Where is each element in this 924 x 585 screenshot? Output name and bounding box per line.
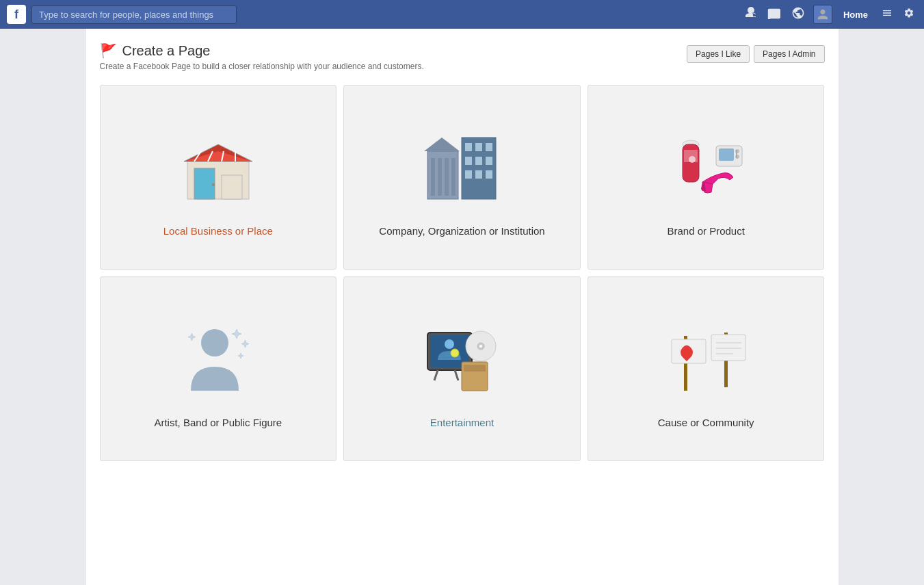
svg-rect-23 (465, 170, 472, 179)
globe-icon[interactable] (789, 3, 808, 25)
svg-point-39 (451, 349, 459, 357)
svg-rect-2 (222, 175, 242, 199)
svg-marker-15 (424, 138, 460, 151)
category-local-business[interactable]: Local Business or Place (100, 85, 337, 270)
entertainment-icon (414, 309, 510, 404)
company-label: Company, Organization or Institution (379, 224, 544, 238)
svg-rect-11 (431, 158, 435, 196)
artist-icon (170, 309, 266, 404)
friend-requests-icon[interactable] (739, 4, 758, 25)
category-entertainment[interactable]: Entertainment (343, 276, 581, 461)
local-business-icon (170, 117, 266, 213)
main-wrap: 🚩 Create a Page Create a Facebook Page t… (0, 0, 924, 585)
entertainment-label: Entertainment (430, 415, 494, 430)
svg-rect-1 (194, 168, 215, 199)
page-header: 🚩 Create a Page Create a Facebook Page t… (100, 42, 825, 71)
brand-icon (658, 117, 754, 213)
gear-icon[interactable] (901, 5, 917, 24)
svg-rect-46 (464, 365, 486, 372)
nav-icons: Home (739, 3, 917, 25)
page-header-buttons: Pages I Like Pages I Admin (687, 45, 824, 63)
svg-point-44 (479, 345, 482, 348)
svg-rect-31 (719, 148, 734, 161)
messages-icon[interactable] (764, 4, 783, 25)
flag-icon: 🚩 (100, 42, 117, 59)
home-link[interactable]: Home (838, 7, 873, 23)
svg-line-41 (455, 370, 458, 380)
svg-rect-19 (486, 143, 492, 151)
company-icon (414, 117, 510, 213)
svg-rect-25 (486, 170, 492, 179)
category-brand[interactable]: Brand or Product (588, 85, 825, 270)
svg-rect-24 (475, 170, 482, 179)
cause-label: Cause or Community (658, 415, 754, 430)
svg-rect-17 (465, 143, 472, 151)
svg-rect-20 (465, 157, 472, 165)
profile-picture[interactable] (813, 5, 832, 24)
local-business-label: Local Business or Place (163, 224, 273, 238)
svg-point-9 (212, 183, 215, 186)
cause-icon (658, 309, 754, 404)
page-subtitle: Create a Facebook Page to build a closer… (100, 62, 424, 71)
page-title-area: 🚩 Create a Page Create a Facebook Page t… (100, 42, 424, 71)
artist-label: Artist, Band or Public Figure (154, 415, 282, 430)
svg-rect-12 (438, 158, 442, 196)
category-artist[interactable]: Artist, Band or Public Figure (100, 276, 337, 461)
category-grid: Local Business or Place (100, 85, 825, 461)
brand-label: Brand or Product (667, 224, 744, 238)
content-area: 🚩 Create a Page Create a Facebook Page t… (86, 29, 839, 585)
svg-rect-21 (475, 157, 482, 165)
pages-i-admin-button[interactable]: Pages I Admin (754, 45, 824, 63)
settings-icon[interactable] (879, 5, 895, 24)
svg-rect-18 (475, 143, 482, 151)
navbar: f Home (0, 0, 924, 29)
page-title: 🚩 Create a Page (100, 42, 424, 59)
svg-rect-13 (445, 158, 449, 196)
svg-line-40 (434, 370, 438, 380)
svg-point-38 (445, 339, 454, 349)
category-company[interactable]: Company, Organization or Institution (343, 85, 581, 270)
svg-rect-34 (736, 150, 737, 158)
facebook-logo: f (7, 5, 26, 24)
svg-point-29 (689, 156, 696, 163)
search-input[interactable] (31, 5, 237, 24)
svg-rect-22 (486, 157, 492, 165)
svg-point-35 (201, 329, 228, 356)
svg-rect-14 (451, 158, 456, 196)
pages-i-like-button[interactable]: Pages I Like (687, 45, 750, 63)
category-cause[interactable]: Cause or Community (588, 276, 825, 461)
